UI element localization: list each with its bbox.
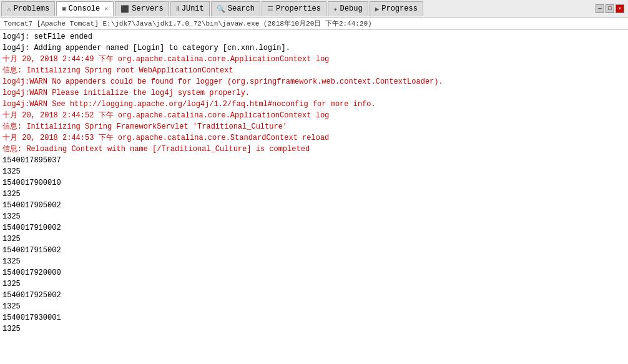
- log-line: log4j:WARN No appenders could be found f…: [2, 76, 626, 87]
- window-controls: — □ ✕: [596, 4, 627, 13]
- minimize-button[interactable]: —: [596, 4, 604, 13]
- tab-servers-label: Servers: [132, 4, 163, 13]
- tab-problems[interactable]: ⚠ Problems: [1, 1, 55, 16]
- log-line: 信息: Initializing Spring FrameworkServlet…: [2, 121, 626, 132]
- tab-junit-label: JUnit: [182, 4, 204, 13]
- tab-properties[interactable]: ☰ Properties: [262, 1, 326, 16]
- tab-console-label: Console: [69, 4, 100, 13]
- tab-progress[interactable]: ▶ Progress: [370, 1, 423, 16]
- log-line: log4j: Adding appender named [Login] to …: [2, 42, 626, 54]
- console-icon: ▣: [62, 4, 66, 12]
- log-line: 1540017900010: [2, 177, 626, 189]
- progress-icon: ▶: [375, 5, 380, 13]
- log-line: 1325: [2, 256, 626, 267]
- log-line: 1540017895037: [2, 155, 626, 166]
- log-line: log4j:WARN See http://logging.apache.org…: [2, 99, 626, 110]
- tab-progress-label: Progress: [381, 4, 418, 13]
- properties-icon: ☰: [267, 5, 273, 13]
- log-line: 1325: [2, 278, 626, 290]
- search-icon: 🔍: [217, 5, 225, 13]
- log-line: 1325: [2, 189, 626, 200]
- log-line: 1325: [2, 211, 626, 222]
- junit-icon: Ⅱ: [176, 5, 179, 13]
- log-line: 1540017925002: [2, 290, 626, 301]
- log-line: 1540017905002: [2, 200, 626, 211]
- log-line: 十月 20, 2018 2:44:49 下午 org.apache.catali…: [2, 54, 626, 65]
- console-title-text: Tomcat7 [Apache Tomcat] E:\jdk7\Java\jdk…: [4, 19, 372, 28]
- log-line: 1540017930001: [2, 312, 626, 323]
- log-line: 1325: [2, 301, 626, 312]
- log-line: 1540017910002: [2, 222, 626, 234]
- tab-search[interactable]: 🔍 Search: [211, 1, 260, 16]
- maximize-button[interactable]: □: [606, 4, 614, 13]
- console-title: Tomcat7 [Apache Tomcat] E:\jdk7\Java\jdk…: [0, 17, 628, 30]
- tab-problems-label: Problems: [14, 4, 50, 13]
- problems-icon: ⚠: [7, 5, 11, 13]
- log-line: 十月 20, 2018 2:44:53 下午 org.apache.catali…: [2, 132, 626, 144]
- log-line: 1325: [2, 323, 626, 335]
- log-line: 1540017920000: [2, 267, 626, 278]
- log-line: 1325: [2, 166, 626, 177]
- tab-bar: ⚠ Problems ▣ Console ✕ ⬛ Servers Ⅱ JUnit…: [0, 0, 628, 17]
- log-line: 1540017915002: [2, 245, 626, 256]
- debug-icon: ✦: [333, 5, 338, 13]
- tab-junit[interactable]: Ⅱ JUnit: [170, 1, 210, 16]
- tab-properties-label: Properties: [276, 4, 321, 13]
- log-line: 信息: Reloading Context with name [/Tradit…: [2, 144, 626, 155]
- console-close-icon[interactable]: ✕: [104, 5, 108, 12]
- close-button[interactable]: ✕: [616, 4, 624, 13]
- log-line: 十月 20, 2018 2:44:52 下午 org.apache.catali…: [2, 110, 626, 121]
- console-output[interactable]: log4j: setFile endedlog4j: Adding append…: [0, 30, 628, 364]
- tab-console[interactable]: ▣ Console ✕: [56, 1, 114, 16]
- log-line: log4j:WARN Please initialize the log4j s…: [2, 87, 626, 99]
- tab-search-label: Search: [228, 4, 255, 13]
- log-line: 1325: [2, 234, 626, 245]
- log-line: log4j: setFile ended: [2, 31, 626, 42]
- tab-debug[interactable]: ✦ Debug: [328, 1, 368, 16]
- tab-servers[interactable]: ⬛ Servers: [115, 1, 169, 16]
- servers-icon: ⬛: [120, 5, 129, 13]
- log-line: 信息: Initializing Spring root WebApplicat…: [2, 65, 626, 76]
- tab-debug-label: Debug: [340, 4, 363, 13]
